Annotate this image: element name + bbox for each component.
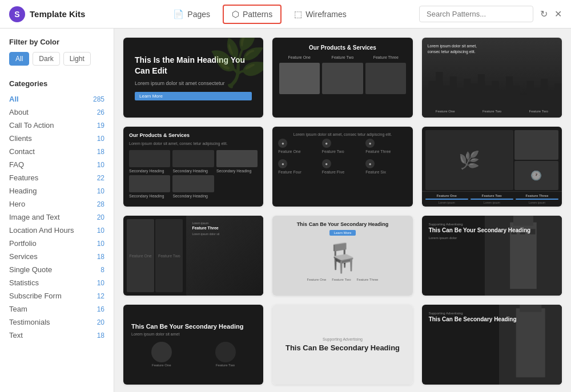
pattern-card-services-dark[interactable]: Our Products & Services Feature One Feat… bbox=[272, 38, 412, 118]
search-area bbox=[419, 6, 533, 22]
patterns-icon: ⬡ bbox=[232, 9, 239, 19]
category-single-quote-label: Single Quote bbox=[9, 265, 52, 274]
category-features-label: Features bbox=[9, 173, 38, 182]
category-subscribe-label: Subscribe Form bbox=[9, 292, 62, 300]
tab-wireframes[interactable]: ⬚ Wireframes bbox=[285, 5, 356, 24]
refresh-button[interactable]: ↻ bbox=[540, 9, 548, 19]
svg-rect-5 bbox=[516, 308, 545, 377]
category-clients[interactable]: Clients10 bbox=[9, 132, 104, 145]
pattern-thumb: This Can Be Your Secondary Heading Lorem… bbox=[123, 305, 263, 385]
category-image-text[interactable]: Image and Text20 bbox=[9, 211, 104, 224]
building-dark-thumb: Supporting Advertising This Can Be Your … bbox=[422, 216, 562, 296]
search-input[interactable] bbox=[419, 6, 533, 22]
category-contact-label: Contact bbox=[9, 147, 35, 156]
category-clients-label: Clients bbox=[9, 134, 32, 143]
svg-rect-6 bbox=[520, 305, 541, 312]
category-team[interactable]: Team16 bbox=[9, 302, 104, 316]
header: S Template Kits 📄 Pages ⬡ Patterns ⬚ Wir… bbox=[0, 0, 571, 29]
tab-patterns[interactable]: ⬡ Patterns bbox=[223, 5, 282, 24]
category-cta[interactable]: Call To Action19 bbox=[9, 119, 104, 132]
city-thumb: Lorem ipsum dolor sit amet,consec tetur … bbox=[422, 38, 562, 118]
category-statistics[interactable]: Statistics10 bbox=[9, 276, 104, 289]
category-features[interactable]: Features22 bbox=[9, 171, 104, 184]
pages-icon: 📄 bbox=[173, 9, 184, 19]
pattern-grid: 🌿 This Is the Main Heading You Can Edit … bbox=[123, 38, 562, 392]
category-hero-count: 28 bbox=[97, 200, 104, 208]
pattern-card-subscribe[interactable]: This Can Be Your Secondary Heading Lorem… bbox=[123, 305, 263, 385]
pattern-thumb: Our Products & Services Feature One Feat… bbox=[272, 38, 412, 118]
services-title: Our Products & Services bbox=[279, 45, 405, 51]
pattern-card-city-dark[interactable]: Lorem ipsum dolor sit amet,consec tetur … bbox=[422, 38, 562, 118]
pattern-thumb: Supporting Advertising This Can Be Secon… bbox=[272, 305, 412, 385]
wireframes-icon: ⬚ bbox=[294, 9, 302, 19]
close-button[interactable]: ✕ bbox=[554, 9, 562, 19]
category-testimonials-count: 20 bbox=[97, 318, 104, 326]
pattern-card-chair[interactable]: This Can Be Your Secondary Heading Learn… bbox=[272, 216, 412, 296]
category-subscribe[interactable]: Subscribe Form12 bbox=[9, 289, 104, 302]
category-clients-count: 10 bbox=[97, 135, 104, 143]
category-team-label: Team bbox=[9, 305, 27, 313]
category-features-count: 22 bbox=[97, 174, 104, 182]
category-cta-count: 19 bbox=[97, 122, 104, 130]
pattern-card-image-text[interactable]: Feature One Feature Two Lorem ipsum Feat… bbox=[123, 216, 263, 296]
category-all-count: 285 bbox=[93, 95, 104, 103]
header-actions: ↻ ✕ bbox=[540, 9, 562, 19]
pattern-card-products-grid[interactable]: Our Products & Services Lorem ipsum dolo… bbox=[123, 127, 263, 207]
category-all[interactable]: All285 bbox=[9, 92, 104, 106]
secondary-white-thumb: Supporting Advertising This Can Be Secon… bbox=[272, 305, 412, 385]
category-image-text-label: Image and Text bbox=[9, 213, 60, 221]
category-testimonials[interactable]: Testimonials20 bbox=[9, 316, 104, 329]
pattern-thumb: Supporting Advertising This Can Be Secon… bbox=[422, 305, 562, 385]
header-nav: 📄 Pages ⬡ Patterns ⬚ Wireframes bbox=[100, 5, 419, 24]
tab-wireframes-label: Wireframes bbox=[305, 10, 347, 19]
filter-light-button[interactable]: Light bbox=[63, 52, 91, 66]
category-portfolio-count: 10 bbox=[97, 240, 104, 248]
filter-title: Filter by Color bbox=[9, 38, 104, 46]
services-thumb: Our Products & Services Feature One Feat… bbox=[272, 38, 412, 118]
foliage-thumb: 🌿 🕐 Feature One bbox=[422, 127, 562, 207]
category-single-quote[interactable]: Single Quote8 bbox=[9, 263, 104, 276]
category-subscribe-count: 12 bbox=[97, 292, 104, 300]
category-statistics-label: Statistics bbox=[9, 278, 39, 287]
filter-section: Filter by Color All Dark Light bbox=[0, 38, 114, 72]
main-area: Filter by Color All Dark Light Categorie… bbox=[0, 29, 571, 392]
category-location-label: Location And Hours bbox=[9, 226, 74, 235]
category-single-quote-count: 8 bbox=[100, 266, 104, 274]
pattern-card-building-dark-1[interactable]: Supporting Advertising This Can Be Your … bbox=[422, 216, 562, 296]
category-services[interactable]: Services18 bbox=[9, 250, 104, 263]
category-faq[interactable]: FAQ10 bbox=[9, 158, 104, 171]
category-heading[interactable]: Heading10 bbox=[9, 184, 104, 197]
pattern-card-foliage-dark[interactable]: 🌿 🕐 Feature One bbox=[422, 127, 562, 207]
category-hero[interactable]: Hero28 bbox=[9, 197, 104, 211]
category-portfolio[interactable]: Portfolio10 bbox=[9, 237, 104, 250]
category-location-count: 10 bbox=[97, 227, 104, 235]
pattern-card-secondary-white[interactable]: Supporting Advertising This Can Be Secon… bbox=[272, 305, 412, 385]
category-about[interactable]: About26 bbox=[9, 106, 104, 119]
category-contact[interactable]: Contact18 bbox=[9, 145, 104, 158]
services-cols: Feature One Feature Two Feature Three bbox=[279, 55, 405, 59]
pattern-card-hero-dark[interactable]: 🌿 This Is the Main Heading You Can Edit … bbox=[123, 38, 263, 118]
secondary-dark2-thumb: Supporting Advertising This Can Be Secon… bbox=[422, 305, 562, 385]
category-about-label: About bbox=[9, 108, 29, 116]
filter-all-button[interactable]: All bbox=[9, 52, 29, 66]
category-contact-count: 18 bbox=[97, 148, 104, 156]
pattern-thumb: Supporting Advertising This Can Be Your … bbox=[422, 216, 562, 296]
tab-pages[interactable]: 📄 Pages bbox=[164, 5, 219, 24]
category-portfolio-label: Portfolio bbox=[9, 239, 37, 248]
logo-area: S Template Kits bbox=[9, 6, 100, 22]
tab-patterns-label: Patterns bbox=[243, 10, 272, 19]
filter-dark-button[interactable]: Dark bbox=[33, 52, 59, 66]
pattern-card-secondary-dark-2[interactable]: Supporting Advertising This Can Be Secon… bbox=[422, 305, 562, 385]
category-location[interactable]: Location And Hours10 bbox=[9, 224, 104, 237]
color-filters: All Dark Light bbox=[9, 52, 104, 66]
category-text[interactable]: Text18 bbox=[9, 329, 104, 342]
pattern-thumb: Our Products & Services Lorem ipsum dolo… bbox=[123, 127, 263, 207]
products-grid-thumb: Our Products & Services Lorem ipsum dolo… bbox=[123, 127, 263, 207]
category-image-text-count: 20 bbox=[97, 213, 104, 221]
pattern-thumb: Lorem ipsum dolor sit amet, consec tetur… bbox=[272, 127, 412, 207]
pattern-card-features-6[interactable]: Lorem ipsum dolor sit amet, consec tetur… bbox=[272, 127, 412, 207]
category-cta-label: Call To Action bbox=[9, 121, 54, 130]
subscribe-thumb: This Can Be Your Secondary Heading Lorem… bbox=[123, 305, 263, 385]
category-hero-label: Hero bbox=[9, 200, 25, 208]
category-text-label: Text bbox=[9, 331, 23, 340]
